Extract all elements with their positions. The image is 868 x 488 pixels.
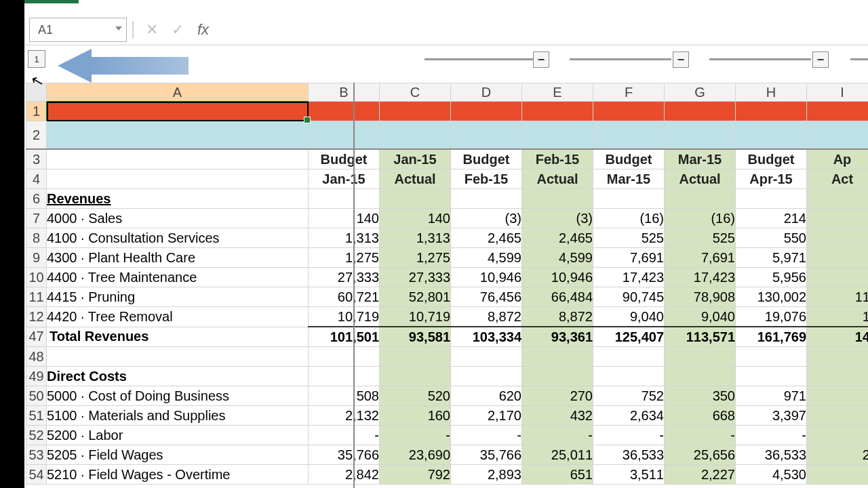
name-box-value: A1 <box>38 23 53 37</box>
cell-A1[interactable] <box>47 102 309 121</box>
app-frame-left <box>0 0 24 488</box>
cell-value: 144 <box>807 327 869 347</box>
cell-value: 113 <box>807 287 869 307</box>
cell-value: 8,872 <box>451 307 522 327</box>
name-box[interactable]: A1 <box>29 18 127 42</box>
cell-value: 90,745 <box>593 287 665 307</box>
cell-value: 2,465 <box>451 228 522 248</box>
cell-value: 19,076 <box>736 307 807 327</box>
cell-value: 35,766 <box>451 445 522 465</box>
collapse-button-2[interactable]: − <box>673 52 689 68</box>
cell-value: 2,634 <box>593 406 665 426</box>
cell-value: 2,170 <box>451 406 522 426</box>
col-header-G[interactable]: G <box>665 83 736 102</box>
cell-value: 130,002 <box>736 287 807 307</box>
col-header-C[interactable]: C <box>380 83 451 102</box>
header-row-3[interactable]: 3BudgetJan-15BudgetFeb-15BudgetMar-15Bud… <box>26 149 869 169</box>
table-row[interactable]: 525200 · Labor------- <box>26 426 869 445</box>
formula-input[interactable] <box>216 18 868 42</box>
collapse-button-1[interactable]: − <box>533 52 549 68</box>
table-row[interactable]: 545210 · Field Wages - Overtime2,8427922… <box>26 465 869 485</box>
cell-value: 78,908 <box>665 287 736 307</box>
table-row[interactable]: 104400 · Tree Maintenance27,33327,33310,… <box>26 268 869 287</box>
section-row[interactable]: 6Revenues <box>26 189 869 209</box>
cell-value: 36,533 <box>593 445 665 465</box>
col-header-B[interactable]: B <box>309 83 380 102</box>
account-label: 4415 · Pruning <box>47 287 309 307</box>
table-row[interactable]: 74000 · Sales140140(3)(3)(16)(16)214 <box>26 209 869 228</box>
collapse-button-3[interactable]: − <box>812 52 829 68</box>
account-label: 5200 · Labor <box>47 426 309 445</box>
outline-level-1[interactable]: 1 <box>28 50 45 68</box>
cell-value: 103,334 <box>451 327 522 347</box>
account-label: 4400 · Tree Maintenance <box>47 268 309 287</box>
cell-value: (16) <box>593 209 665 228</box>
col-header-D[interactable]: D <box>451 83 522 102</box>
col-header-A[interactable]: A <box>47 83 309 102</box>
table-row[interactable]: 114415 · Pruning60,72152,80176,45666,484… <box>26 287 869 307</box>
cell-value <box>807 248 869 268</box>
section-label: Revenues <box>47 189 309 209</box>
cell-value: 17,423 <box>593 268 665 287</box>
cell-value: 520 <box>380 386 451 406</box>
cell-value: 4,599 <box>522 248 593 268</box>
col-header-E[interactable]: E <box>522 83 593 102</box>
cell-value <box>807 386 869 406</box>
spreadsheet-grid[interactable]: ↖ ABCDEFGHIJ123BudgetJan-15BudgetFeb-15B… <box>26 83 868 488</box>
col-header-I[interactable]: I <box>807 83 869 102</box>
name-box-dropdown-icon[interactable] <box>115 26 122 30</box>
cell-value: - <box>451 426 522 445</box>
enter-icon: ✓ <box>172 21 184 39</box>
account-label: 4300 · Plant Health Care <box>47 248 309 268</box>
freeze-pane-line <box>353 83 355 488</box>
table-row[interactable]: 515100 · Materials and Supplies2,1321602… <box>26 406 869 426</box>
cancel-icon: ✕ <box>146 21 158 39</box>
cell-value: - <box>736 426 807 445</box>
cell-value: 160 <box>380 406 451 426</box>
row-1[interactable]: 1 <box>26 102 869 121</box>
section-row[interactable]: 49Direct Costs <box>26 367 869 386</box>
header-row-4[interactable]: 4Jan-15ActualFeb-15ActualMar-15ActualApr… <box>26 169 869 189</box>
table-row[interactable]: 84100 · Consultation Services1,3131,3132… <box>26 228 869 248</box>
cell-value: 2,132 <box>309 406 380 426</box>
fx-icon[interactable]: fx <box>197 21 209 39</box>
cell-value: 9,040 <box>593 307 665 327</box>
cell-value: 525 <box>665 228 736 248</box>
cell-value <box>807 426 869 445</box>
col-header-H[interactable]: H <box>736 83 807 102</box>
cell-value: 5,971 <box>736 248 807 268</box>
table-row[interactable]: 535205 · Field Wages35,76623,69035,76625… <box>26 445 869 465</box>
col-header-F[interactable]: F <box>593 83 665 102</box>
table-row[interactable]: 48 <box>26 347 869 367</box>
cell-value: 7,691 <box>593 248 665 268</box>
account-label: 4100 · Consultation Services <box>47 228 309 248</box>
cell-value: 10,946 <box>522 268 593 287</box>
cell-value: 10,719 <box>309 307 380 327</box>
cell-value: 668 <box>665 406 736 426</box>
cell-value: 25,011 <box>522 445 593 465</box>
cell-value: 4,530 <box>736 465 807 485</box>
table-row[interactable]: 505000 · Cost of Doing Business508520620… <box>26 386 869 406</box>
account-label: 5100 · Materials and Supplies <box>47 406 309 426</box>
table-row[interactable]: 124420 · Tree Removal10,71910,7198,8728,… <box>26 307 869 327</box>
cell-value: 651 <box>522 465 593 485</box>
cell-value: 26 <box>807 445 869 465</box>
cell-value: 60,721 <box>309 287 380 307</box>
cell-value: 23,690 <box>380 445 451 465</box>
cell-value: 125,407 <box>593 327 665 347</box>
row-2[interactable]: 2 <box>26 121 869 150</box>
cell-value: 620 <box>451 386 522 406</box>
cell-value: - <box>522 426 593 445</box>
cell-value: 19 <box>807 307 869 327</box>
cell-value: 36,533 <box>736 445 807 465</box>
cell-value: - <box>593 426 665 445</box>
cell-value <box>807 209 869 228</box>
table-row[interactable]: 94300 · Plant Health Care1,2751,2754,599… <box>26 248 869 268</box>
cell-value: 161,769 <box>736 327 807 347</box>
account-label: 5000 · Cost of Doing Business <box>47 386 309 406</box>
table-row[interactable]: 47Total Revenues101,50193,581103,33493,3… <box>26 327 869 347</box>
account-label: 4420 · Tree Removal <box>47 307 309 327</box>
cell-value <box>807 268 869 287</box>
cell-value: 10,946 <box>451 268 522 287</box>
cell-value <box>807 228 869 248</box>
